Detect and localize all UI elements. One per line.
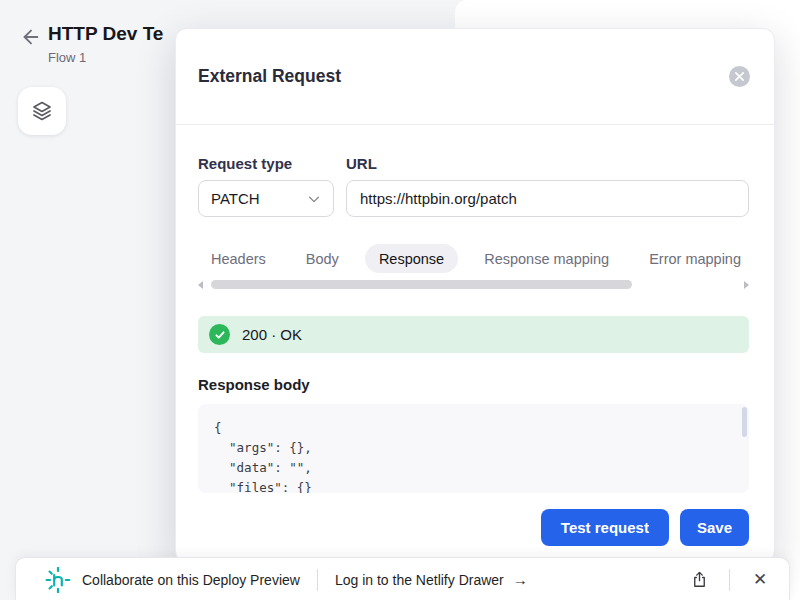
external-request-modal: External Request Request type URL PATCH bbox=[175, 28, 775, 563]
close-modal-button[interactable] bbox=[729, 66, 750, 87]
drawer-close-button[interactable]: ✕ bbox=[747, 567, 773, 593]
code-scrollbar-thumb[interactable] bbox=[742, 407, 747, 437]
tabs-scrollbar-thumb[interactable] bbox=[211, 280, 632, 289]
bar-divider bbox=[729, 569, 730, 591]
url-input[interactable] bbox=[346, 180, 749, 217]
tab-body[interactable]: Body bbox=[306, 251, 339, 267]
arrow-right-icon: → bbox=[513, 571, 528, 588]
collaborate-text: Collaborate on this Deploy Preview bbox=[82, 572, 300, 588]
netlify-drawer-bar: Collaborate on this Deploy Preview Log i… bbox=[15, 557, 790, 600]
scroll-right-arrow-icon[interactable] bbox=[744, 281, 749, 289]
tabs-scrollbar[interactable] bbox=[198, 280, 749, 289]
page-title: HTTP Dev Te bbox=[48, 23, 178, 45]
tab-response[interactable]: Response bbox=[365, 244, 458, 273]
netlify-login-link[interactable]: Log in to the Netlify Drawer bbox=[335, 572, 504, 588]
tab-response-mapping[interactable]: Response mapping bbox=[484, 251, 609, 267]
url-label: URL bbox=[346, 155, 377, 172]
status-banner: 200 · OK bbox=[198, 316, 749, 353]
response-tabs: HeadersBodyResponseResponse mappingError… bbox=[198, 244, 749, 273]
status-code-text: 200 · OK bbox=[242, 326, 302, 343]
response-body-label: Response body bbox=[198, 376, 749, 393]
request-type-label: Request type bbox=[198, 155, 346, 172]
share-button[interactable] bbox=[686, 567, 712, 593]
tab-headers[interactable]: Headers bbox=[211, 251, 266, 267]
layers-icon bbox=[30, 99, 54, 123]
chevron-down-icon bbox=[307, 192, 321, 206]
success-check-icon bbox=[209, 324, 230, 345]
tab-error-mapping[interactable]: Error mapping bbox=[649, 251, 741, 267]
page-subtitle: Flow 1 bbox=[48, 50, 86, 65]
modal-title: External Request bbox=[198, 66, 341, 87]
modal-footer: Test request Save bbox=[198, 509, 749, 546]
modal-header: External Request bbox=[176, 29, 774, 125]
back-arrow-icon[interactable] bbox=[20, 26, 42, 48]
scroll-left-arrow-icon[interactable] bbox=[198, 281, 203, 289]
modal-body: Request type URL PATCH HeadersBodyRespon… bbox=[176, 125, 774, 562]
response-body-code: { "args": {}, "data": "", "files": {} bbox=[198, 404, 749, 493]
response-body-code-block[interactable]: { "args": {}, "data": "", "files": {} bbox=[198, 404, 749, 493]
netlify-logo-icon bbox=[45, 567, 71, 593]
save-button[interactable]: Save bbox=[680, 509, 749, 546]
request-type-value: PATCH bbox=[211, 190, 260, 207]
layers-button[interactable] bbox=[18, 87, 66, 135]
tabs-scrollbar-track[interactable] bbox=[207, 280, 740, 289]
test-request-button[interactable]: Test request bbox=[541, 509, 669, 546]
request-type-select[interactable]: PATCH bbox=[198, 180, 334, 217]
bar-divider bbox=[317, 569, 318, 591]
